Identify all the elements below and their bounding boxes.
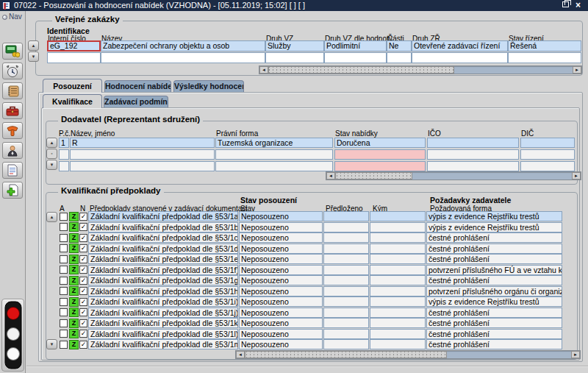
cell-predpoklad[interactable]: Základní kvalifikační předpoklad dle §53… <box>88 232 238 243</box>
field-stav-rizeni[interactable]: Řešená <box>508 40 581 51</box>
cell-stav-nabidky[interactable]: Doručena <box>334 138 426 148</box>
checkbox-n[interactable]: ✓ <box>79 255 87 263</box>
cell-kym[interactable] <box>370 244 426 254</box>
cell-predlozeno[interactable] <box>323 339 369 349</box>
kvalifikace-hscrollbar[interactable]: ◄ ► <box>235 350 581 359</box>
sidebar-button-person[interactable] <box>2 142 23 159</box>
z-button[interactable]: Z <box>69 244 79 253</box>
cell-stav[interactable]: Neposouzeno <box>239 244 323 254</box>
checkbox-n[interactable]: ✓ <box>79 319 87 327</box>
field-druh-vz[interactable]: Služby <box>265 40 324 51</box>
cell-stav[interactable]: Neposouzeno <box>239 265 323 275</box>
tab-hodnoceni-nabidek[interactable]: Hodnocení nabídek <box>104 80 171 92</box>
scroll-left-button[interactable]: ◄ <box>259 66 268 74</box>
cell-pozadovana-forma[interactable]: výpis z evidence Rejstříku trestů <box>426 211 562 221</box>
tab-posouzeni[interactable]: Posouzení <box>43 79 102 93</box>
supplier-row[interactable] <box>57 161 577 171</box>
checkbox-a[interactable] <box>60 255 68 263</box>
qualification-row[interactable]: Z ✓ Základní kvalifikační předpoklad dle… <box>57 254 568 264</box>
cell-kym[interactable] <box>370 286 426 296</box>
checkbox-a[interactable] <box>60 287 68 295</box>
cell-predpoklad[interactable]: Základní kvalifikační předpoklad dle §53… <box>88 275 238 285</box>
cell-stav-nabidky[interactable] <box>334 161 426 171</box>
cell-stav[interactable]: Neposouzeno <box>239 339 323 349</box>
cell-predlozeno[interactable] <box>323 244 369 254</box>
qualification-row[interactable]: Z ✓ Základní kvalifikační předpoklad dle… <box>57 222 568 232</box>
cell-ico[interactable] <box>427 149 519 160</box>
qualification-row[interactable]: Z ✓ Základní kvalifikační předpoklad dle… <box>57 265 568 275</box>
cell-stav[interactable]: Neposouzeno <box>239 329 323 339</box>
cell-pozadovana-forma[interactable]: potvrzení příslušného orgánu či organiza… <box>426 286 562 296</box>
sidebar-button-toolbox[interactable] <box>2 102 23 119</box>
field-interni-cislo-2[interactable] <box>47 52 101 63</box>
z-button[interactable]: Z <box>69 319 79 328</box>
field-nazev[interactable]: Zabezpečení ochrany objektu a osob <box>101 40 265 51</box>
cell-predpoklad[interactable]: Základní kvalifikační předpoklad dle §53… <box>88 286 238 296</box>
checkbox-n[interactable]: ✓ <box>79 244 87 252</box>
cell-kym[interactable] <box>370 296 426 307</box>
checkbox-n[interactable]: ✓ <box>79 234 87 242</box>
cell-predlozeno[interactable] <box>323 275 369 285</box>
sidebar-button-finance[interactable] <box>2 43 23 60</box>
traffic-light-button[interactable] <box>1 299 24 372</box>
cell-stav[interactable]: Neposouzeno <box>239 286 323 296</box>
checkbox-a[interactable] <box>60 330 68 338</box>
z-button[interactable]: Z <box>69 222 79 232</box>
z-button[interactable]: Z <box>69 265 79 274</box>
cell-predpoklad[interactable]: Základní kvalifikační předpoklad dle §53… <box>88 296 238 307</box>
record-down-button[interactable]: ▼ <box>28 51 39 62</box>
scroll-thumb[interactable] <box>245 351 447 358</box>
checkbox-n[interactable]: ✓ <box>79 277 87 285</box>
tab-kvalifikace[interactable]: Kvalifikace <box>43 94 102 108</box>
cell-predpoklad[interactable]: Základní kvalifikační předpoklad dle §53… <box>88 308 238 318</box>
checkbox-n[interactable]: ✓ <box>79 287 87 295</box>
cell-predlozeno[interactable] <box>323 211 369 221</box>
dodavatel-hscrollbar[interactable]: ◄ ► <box>326 171 581 180</box>
qualification-row[interactable]: Z ✓ Základní kvalifikační předpoklad dle… <box>57 244 568 254</box>
sidebar-button-phone[interactable] <box>2 122 23 139</box>
cell-predlozeno[interactable] <box>323 296 369 307</box>
cell-predlozeno[interactable] <box>323 286 369 296</box>
z-button[interactable]: Z <box>69 286 79 296</box>
z-button[interactable]: Z <box>69 297 79 307</box>
checkbox-a[interactable] <box>60 298 68 306</box>
cell-pozadovana-forma[interactable]: výpis z evidence Rejstříku trestů <box>426 296 562 307</box>
cell-kym[interactable] <box>370 211 426 221</box>
cell-predpoklad[interactable]: Základní kvalifikační předpoklad dle §53… <box>88 318 238 328</box>
field-nazev-2[interactable] <box>101 52 265 63</box>
supplier-row[interactable] <box>57 149 577 160</box>
cell-pozadovana-forma[interactable]: čestné prohlášení <box>426 318 562 328</box>
tab-zadavaci-podminky[interactable]: Zadávací podmínky <box>104 96 168 107</box>
scroll-left-button[interactable]: ◄ <box>236 351 245 358</box>
sidebar-button-document[interactable] <box>2 162 23 179</box>
cell-pozadovana-forma[interactable]: čestné prohlášení <box>426 329 562 339</box>
cell-pozadovana-forma[interactable]: čestné prohlášení <box>426 232 562 243</box>
nav-header[interactable]: Nav <box>2 13 24 22</box>
qualification-row[interactable]: Z ✓ Základní kvalifikační předpoklad dle… <box>57 318 568 328</box>
qualification-row[interactable]: Z ✓ Základní kvalifikační předpoklad dle… <box>57 308 568 318</box>
cell-predlozeno[interactable] <box>323 232 369 243</box>
cell-predlozeno[interactable] <box>323 265 369 275</box>
cell-predpoklad[interactable]: Základní kvalifikační předpoklad dle §53… <box>88 211 238 221</box>
cell-pc[interactable] <box>59 161 69 171</box>
restore-button[interactable] <box>562 0 569 7</box>
cell-pozadovana-forma[interactable]: čestné prohlášení <box>426 254 562 264</box>
cell-predlozeno[interactable] <box>323 318 369 328</box>
kvalifikace-up-button[interactable]: ▲ <box>46 212 57 222</box>
kvalifikace-down-button[interactable]: ▼ <box>46 339 57 349</box>
checkbox-a[interactable] <box>60 244 68 252</box>
checkbox-n[interactable]: ✓ <box>79 298 87 306</box>
checkbox-n[interactable]: ✓ <box>79 223 87 231</box>
cell-ico[interactable] <box>427 138 519 148</box>
cell-dic[interactable] <box>520 161 575 171</box>
checkbox-a[interactable] <box>60 341 68 349</box>
close-button[interactable]: × <box>576 1 581 10</box>
cell-kym[interactable] <box>370 254 426 264</box>
field-druh-vz-hodnota-2[interactable] <box>324 52 387 63</box>
cell-stav[interactable]: Neposouzeno <box>239 308 323 318</box>
cell-stav[interactable]: Neposouzeno <box>239 296 323 307</box>
checkbox-n[interactable]: ✓ <box>79 330 87 338</box>
sidebar-button-notebook[interactable] <box>2 82 23 99</box>
z-button[interactable]: Z <box>69 340 79 349</box>
cell-predlozeno[interactable] <box>323 222 369 232</box>
